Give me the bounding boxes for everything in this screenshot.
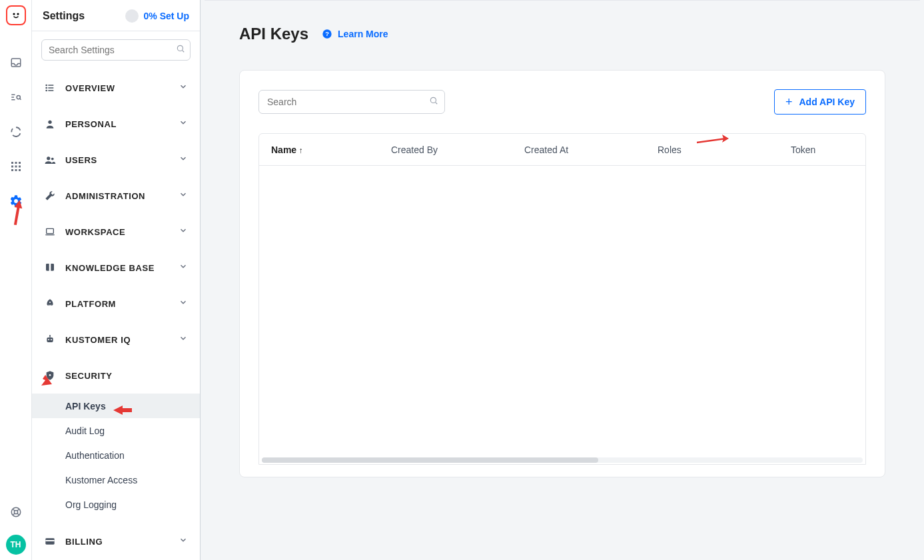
rail-settings[interactable] xyxy=(3,184,29,218)
nav-item-kustomer-access[interactable]: Kustomer Access xyxy=(32,467,200,492)
column-created-at[interactable]: Created At xyxy=(512,144,646,155)
api-keys-table: Name ↑ Created By Created At Roles Token xyxy=(258,133,866,465)
rail-reports[interactable] xyxy=(3,115,29,149)
plus-icon: + xyxy=(785,96,793,108)
search-icon xyxy=(429,96,438,108)
chevron-down-icon xyxy=(179,535,188,547)
page-title: API Keys xyxy=(239,25,308,43)
svg-point-3 xyxy=(17,95,20,99)
chevron-down-icon xyxy=(179,118,188,130)
settings-sidebar: Settings 0% Set Up OVERVIEW xyxy=(32,0,201,560)
nav-label: PLATFORM xyxy=(65,299,116,309)
settings-search-input[interactable] xyxy=(41,39,191,61)
security-subitems: API Keys Audit Log Authentication Kustom… xyxy=(32,394,200,517)
scrollbar-thumb[interactable] xyxy=(262,457,598,463)
settings-nav: OVERVIEW PERSONAL USERS xyxy=(32,69,200,560)
credit-card-icon xyxy=(44,536,56,547)
laptop-icon xyxy=(44,226,56,237)
nav-label: ADMINISTRATION xyxy=(65,191,145,201)
svg-point-1 xyxy=(17,13,19,15)
nav-label: KNOWLEDGE BASE xyxy=(65,263,155,273)
page-title-sidebar: Settings xyxy=(43,10,85,22)
svg-rect-9 xyxy=(19,166,21,168)
api-keys-card: + Add API Key Name ↑ Created By Created … xyxy=(239,70,885,477)
nav-label: SECURITY xyxy=(65,371,113,381)
help-circle-icon: ? xyxy=(322,29,332,39)
learn-more-text: Learn More xyxy=(338,29,388,39)
nav-section-personal[interactable]: PERSONAL xyxy=(32,106,200,142)
svg-point-25 xyxy=(48,339,49,340)
progress-circle-icon xyxy=(125,9,139,23)
rail-search-item[interactable] xyxy=(3,80,29,115)
svg-point-16 xyxy=(46,85,47,85)
svg-point-26 xyxy=(51,339,52,340)
nav-label: PERSONAL xyxy=(65,119,117,129)
nav-section-security[interactable]: SECURITY xyxy=(32,358,200,394)
app-logo[interactable] xyxy=(6,5,26,25)
svg-point-21 xyxy=(51,158,54,160)
nav-item-api-keys[interactable]: API Keys xyxy=(32,394,200,418)
svg-rect-5 xyxy=(15,162,17,164)
svg-rect-12 xyxy=(19,169,21,171)
settings-search xyxy=(41,39,191,61)
wrench-icon xyxy=(44,190,56,201)
svg-rect-22 xyxy=(47,228,54,233)
nav-label: USERS xyxy=(65,155,97,165)
sort-asc-icon: ↑ xyxy=(296,146,302,155)
nav-label: WORKSPACE xyxy=(65,227,125,237)
horizontal-scrollbar[interactable] xyxy=(262,457,863,463)
table-header: Name ↑ Created By Created At Roles Token xyxy=(259,134,865,166)
chevron-down-icon xyxy=(179,334,188,346)
column-token[interactable]: Token xyxy=(779,144,845,155)
svg-rect-30 xyxy=(45,540,54,541)
chevron-down-icon xyxy=(179,82,188,94)
person-icon xyxy=(44,119,56,129)
table-search xyxy=(258,90,445,114)
svg-point-0 xyxy=(13,13,15,15)
rail-apps[interactable] xyxy=(3,149,29,184)
nav-item-authentication[interactable]: Authentication xyxy=(32,443,200,467)
nav-label: OVERVIEW xyxy=(65,83,115,93)
nav-label: KUSTOMER IQ xyxy=(65,335,131,345)
left-rail: TH xyxy=(0,0,32,560)
svg-rect-6 xyxy=(19,162,21,164)
svg-rect-7 xyxy=(11,166,13,168)
nav-section-workspace[interactable]: WORKSPACE xyxy=(32,214,200,250)
table-search-input[interactable] xyxy=(258,90,445,114)
users-icon xyxy=(44,154,56,166)
svg-rect-10 xyxy=(11,169,13,171)
nav-section-administration[interactable]: ADMINISTRATION xyxy=(32,178,200,214)
robot-icon xyxy=(44,334,56,345)
add-api-key-button[interactable]: + Add API Key xyxy=(774,89,866,115)
search-icon xyxy=(176,44,185,56)
svg-rect-11 xyxy=(15,169,17,171)
svg-rect-4 xyxy=(11,162,13,164)
setup-progress-label: 0% Set Up xyxy=(144,11,189,21)
nav-item-audit-log[interactable]: Audit Log xyxy=(32,418,200,443)
nav-item-org-logging[interactable]: Org Logging xyxy=(32,492,200,517)
chevron-down-icon xyxy=(179,298,188,310)
svg-point-15 xyxy=(177,45,183,51)
nav-section-knowledge-base[interactable]: KNOWLEDGE BASE xyxy=(32,250,200,286)
nav-section-kustomer-iq[interactable]: KUSTOMER IQ xyxy=(32,322,200,358)
column-created-by[interactable]: Created By xyxy=(379,144,512,155)
nav-label: BILLING xyxy=(65,537,103,547)
setup-progress[interactable]: 0% Set Up xyxy=(125,9,189,23)
nav-section-users[interactable]: USERS xyxy=(32,142,200,178)
user-avatar[interactable]: TH xyxy=(6,535,26,555)
nav-section-billing[interactable]: BILLING xyxy=(32,523,200,559)
svg-rect-8 xyxy=(15,166,17,168)
svg-point-33 xyxy=(430,97,436,103)
learn-more-link[interactable]: ? Learn More xyxy=(322,29,388,39)
nav-section-overview[interactable]: OVERVIEW xyxy=(32,70,200,106)
chevron-down-icon xyxy=(179,262,188,274)
column-roles[interactable]: Roles xyxy=(646,144,779,155)
nav-section-platform[interactable]: PLATFORM xyxy=(32,286,200,322)
svg-point-17 xyxy=(46,87,47,88)
rocket-icon xyxy=(44,298,56,309)
rail-help[interactable] xyxy=(3,495,29,529)
add-button-label: Add API Key xyxy=(799,97,855,107)
svg-point-27 xyxy=(49,335,51,336)
column-name[interactable]: Name ↑ xyxy=(259,144,379,155)
rail-inbox[interactable] xyxy=(3,45,29,80)
